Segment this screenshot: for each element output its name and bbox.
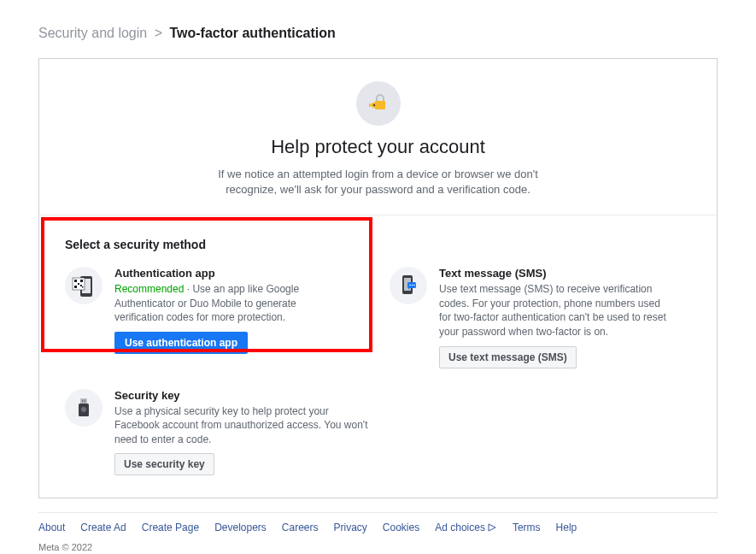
svg-point-19: [413, 285, 415, 286]
svg-rect-22: [85, 399, 85, 402]
recommended-label: Recommended: [114, 283, 184, 295]
auth-app-desc: Recommended · Use an app like Google Aut…: [114, 282, 347, 325]
breadcrumb-separator: >: [155, 26, 162, 40]
lock-key-icon: [356, 81, 401, 126]
breadcrumb-current: Two-factor authentication: [169, 26, 335, 40]
hero-section: Help protect your account If we notice a…: [39, 59, 717, 215]
footer-links: About Create Ad Create Page Developers C…: [38, 522, 718, 533]
method-auth-app: Authentication app Recommended · Use an …: [65, 267, 347, 368]
svg-point-17: [409, 285, 411, 286]
two-factor-panel: Help protect your account If we notice a…: [38, 58, 718, 498]
methods-section: Select a security method: [39, 215, 717, 498]
footer-link-developers[interactable]: Developers: [214, 522, 267, 533]
footer: About Create Ad Create Page Developers C…: [38, 512, 718, 554]
auth-app-title: Authentication app: [114, 267, 347, 280]
method-security-key: Security key Use a physical security key…: [65, 389, 691, 476]
footer-link-about[interactable]: About: [38, 522, 65, 533]
methods-heading: Select a security method: [65, 238, 691, 251]
use-sms-button[interactable]: Use text message (SMS): [439, 346, 577, 368]
adchoices-icon: [487, 522, 497, 533]
footer-link-terms[interactable]: Terms: [513, 522, 541, 533]
footer-link-create-page[interactable]: Create Page: [142, 522, 199, 533]
hero-title: Help protect your account: [56, 136, 700, 158]
qr-phone-icon: [65, 267, 103, 304]
svg-rect-20: [80, 398, 87, 404]
sms-title: Text message (SMS): [439, 267, 671, 280]
svg-rect-13: [82, 286, 84, 288]
svg-rect-10: [74, 286, 77, 288]
svg-rect-12: [80, 285, 82, 286]
footer-link-careers[interactable]: Careers: [282, 522, 319, 533]
footer-link-create-ad[interactable]: Create Ad: [80, 522, 126, 533]
svg-point-24: [81, 407, 86, 412]
breadcrumb: Security and login > Two-factor authenti…: [38, 26, 718, 41]
sms-desc: Use text message (SMS) to receive verifi…: [439, 282, 671, 339]
svg-rect-21: [82, 399, 83, 402]
svg-point-2: [372, 104, 374, 106]
footer-link-adchoices[interactable]: Ad choices: [435, 522, 497, 533]
breadcrumb-prev[interactable]: Security and login: [38, 26, 147, 40]
footer-link-cookies[interactable]: Cookies: [383, 522, 419, 533]
footer-link-help[interactable]: Help: [556, 522, 577, 533]
security-key-title: Security key: [114, 389, 371, 402]
svg-rect-11: [78, 283, 79, 285]
footer-link-privacy[interactable]: Privacy: [334, 522, 367, 533]
security-key-desc: Use a physical security key to help prot…: [114, 404, 371, 447]
svg-rect-9: [80, 280, 83, 282]
copyright: Meta © 2022: [38, 542, 718, 552]
svg-point-18: [412, 285, 413, 286]
svg-rect-8: [74, 280, 77, 282]
phone-sms-icon: [390, 267, 427, 304]
usb-key-icon: [65, 389, 103, 427]
hero-subtitle: If we notice an attempted login from a d…: [208, 167, 549, 197]
use-auth-app-button[interactable]: Use authentication app: [114, 332, 248, 354]
use-security-key-button[interactable]: Use security key: [114, 453, 214, 475]
svg-rect-4: [369, 103, 371, 107]
method-sms: Text message (SMS) Use text message (SMS…: [390, 267, 671, 368]
